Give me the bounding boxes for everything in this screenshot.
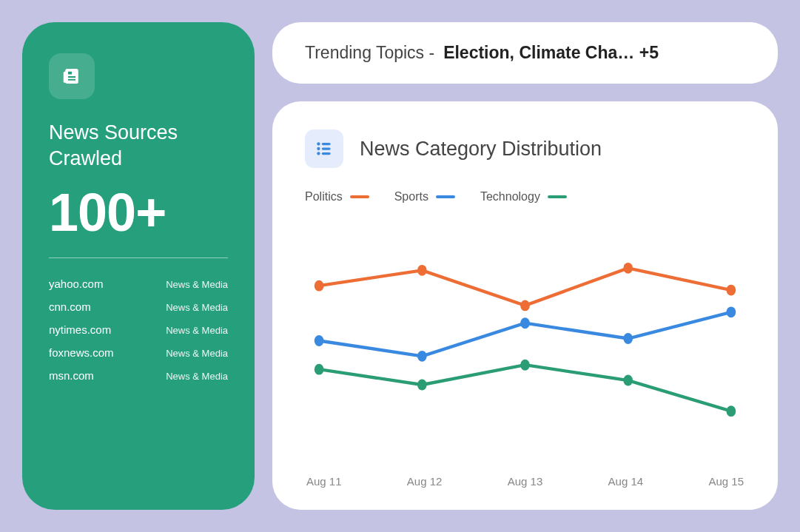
x-tick: Aug 11	[306, 475, 342, 488]
svg-rect-4	[68, 79, 75, 81]
list-icon	[305, 129, 343, 168]
x-tick: Aug 13	[508, 475, 543, 488]
svg-rect-2	[68, 72, 72, 75]
list-item: msn.com News & Media	[49, 369, 228, 382]
trending-label: Trending Topics -	[305, 43, 434, 63]
svg-rect-10	[322, 152, 331, 155]
trending-topics: Election, Climate Cha… +5	[443, 43, 659, 63]
chart-card: News Category Distribution Politics Spor…	[272, 101, 778, 510]
svg-point-21	[315, 364, 324, 375]
list-item: foxnews.com News & Media	[49, 346, 228, 359]
svg-point-14	[623, 263, 633, 274]
svg-point-20	[727, 306, 736, 317]
legend-label: Technology	[480, 190, 540, 203]
x-tick: Aug 15	[708, 475, 744, 488]
svg-rect-3	[68, 76, 75, 78]
svg-point-13	[520, 300, 530, 311]
source-domain: msn.com	[49, 369, 94, 382]
card-title: News Sources Crawled	[49, 120, 228, 172]
svg-point-9	[317, 152, 320, 155]
svg-point-19	[623, 333, 633, 344]
chart-x-axis: Aug 11 Aug 12 Aug 13 Aug 14 Aug 15	[305, 475, 745, 488]
svg-point-12	[417, 265, 427, 276]
svg-rect-6	[322, 143, 331, 145]
divider	[49, 257, 228, 258]
chart-plot	[305, 212, 745, 469]
legend-swatch	[436, 195, 455, 198]
x-tick: Aug 14	[608, 475, 644, 488]
svg-point-7	[317, 147, 320, 150]
svg-point-24	[623, 375, 633, 386]
news-sources-card: News Sources Crawled 100+ yahoo.com News…	[22, 22, 255, 510]
svg-point-22	[417, 380, 427, 391]
svg-point-5	[317, 142, 320, 145]
svg-rect-8	[322, 147, 331, 149]
svg-point-16	[315, 335, 324, 346]
svg-rect-1	[64, 72, 67, 83]
list-item: yahoo.com News & Media	[49, 277, 228, 290]
source-domain: yahoo.com	[49, 277, 103, 290]
newspaper-icon	[49, 53, 95, 99]
svg-point-17	[417, 351, 427, 362]
svg-point-25	[727, 405, 736, 417]
source-domain: foxnews.com	[49, 346, 114, 359]
chart-legend: Politics Sports Technology	[305, 190, 745, 203]
legend-item: Politics	[305, 190, 369, 203]
source-tag: News & Media	[166, 371, 228, 382]
legend-label: Politics	[305, 190, 343, 203]
trending-topics-card: Trending Topics - Election, Climate Cha……	[272, 22, 778, 84]
x-tick: Aug 12	[407, 475, 443, 488]
list-item: nytimes.com News & Media	[49, 323, 228, 336]
svg-point-11	[315, 280, 324, 292]
legend-swatch	[548, 195, 567, 198]
source-domain: nytimes.com	[49, 323, 111, 336]
source-tag: News & Media	[166, 279, 228, 290]
legend-item: Sports	[394, 190, 455, 203]
legend-swatch	[350, 195, 369, 198]
source-tag: News & Media	[166, 325, 228, 336]
sources-list: yahoo.com News & Media cnn.com News & Me…	[49, 277, 228, 382]
svg-point-15	[727, 285, 736, 296]
svg-point-23	[520, 360, 530, 371]
legend-label: Sports	[394, 190, 428, 203]
source-tag: News & Media	[166, 302, 228, 313]
svg-point-18	[520, 317, 530, 329]
source-domain: cnn.com	[49, 300, 91, 313]
list-item: cnn.com News & Media	[49, 300, 228, 313]
source-tag: News & Media	[166, 348, 228, 359]
legend-item: Technology	[480, 190, 567, 203]
chart-title: News Category Distribution	[360, 138, 602, 161]
sources-count: 100+	[49, 182, 228, 243]
